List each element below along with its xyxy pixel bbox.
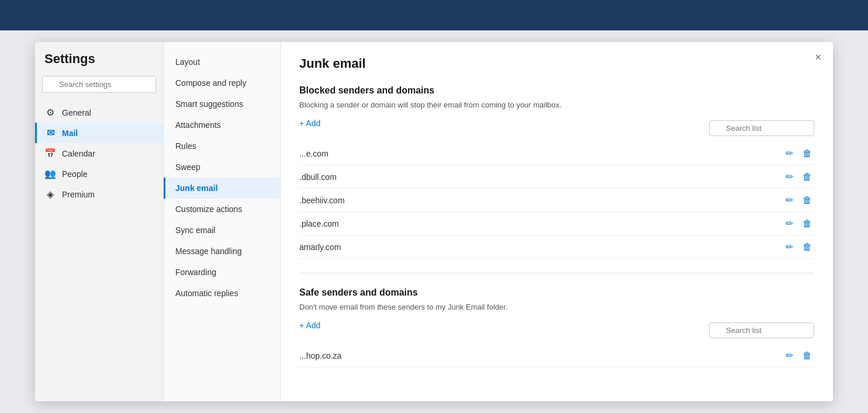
menu-smart[interactable]: Smart suggestions — [164, 93, 280, 114]
menu-forwarding[interactable]: Forwarding — [164, 262, 280, 283]
general-icon: ⚙ — [44, 107, 56, 118]
menu-compose[interactable]: Compose and reply — [164, 72, 280, 93]
blocked-domain-2-name: .dbull.com — [299, 172, 783, 182]
menu-junk[interactable]: Junk email — [164, 178, 280, 199]
sidebar-item-mail-label: Mail — [62, 129, 78, 138]
section-divider — [299, 273, 814, 273]
blocked-domain-5-name: amarly.com — [299, 242, 783, 252]
sidebar-item-people-label: People — [62, 169, 88, 179]
search-settings-input[interactable] — [42, 76, 156, 93]
blocked-domain-4-edit-button[interactable]: ✏ — [783, 217, 796, 230]
search-wrapper: 🔍 — [42, 76, 156, 93]
safe-domain-1-name: ...hop.co.za — [299, 351, 783, 360]
blocked-domain-4-delete-button[interactable]: 🗑 — [800, 217, 814, 230]
blocked-domain-5-actions: ✏ 🗑 — [783, 240, 814, 254]
blocked-search-list-wrapper: 🔍 — [709, 120, 814, 136]
settings-sidebar: Settings 🔍 ⚙ General ✉ Mail 📅 Calendar — [35, 42, 164, 401]
blocked-domain-row-2: .dbull.com ✏ 🗑 — [299, 165, 814, 189]
main-container: Settings 🔍 ⚙ General ✉ Mail 📅 Calendar — [0, 30, 868, 413]
blocked-domain-4-actions: ✏ 🗑 — [783, 217, 814, 230]
blocked-domain-1-actions: ✏ 🗑 — [783, 147, 814, 160]
settings-modal: Settings 🔍 ⚙ General ✉ Mail 📅 Calendar — [35, 42, 833, 401]
blocked-domain-row-3: .beehiiv.com ✏ 🗑 — [299, 189, 814, 212]
blocked-domain-row-1: ...e.com ✏ 🗑 — [299, 142, 814, 165]
search-settings-container: 🔍 — [35, 76, 163, 102]
blocked-add-button[interactable]: + Add — [299, 119, 320, 128]
safe-domain-1-edit-button[interactable]: ✏ — [783, 349, 796, 362]
top-bar — [0, 0, 868, 30]
menu-message[interactable]: Message handling — [164, 241, 280, 262]
close-button[interactable]: × — [815, 51, 821, 64]
safe-domain-1-delete-button[interactable]: 🗑 — [800, 349, 814, 362]
menu-layout[interactable]: Layout — [164, 51, 280, 72]
settings-title: Settings — [35, 51, 163, 76]
safe-search-list-input[interactable] — [709, 322, 814, 338]
blocked-search-list-input[interactable] — [709, 120, 814, 136]
blocked-domain-2-actions: ✏ 🗑 — [783, 170, 814, 183]
safe-add-button[interactable]: + Add — [299, 321, 320, 330]
blocked-domain-5-delete-button[interactable]: 🗑 — [800, 241, 814, 254]
mail-icon: ✉ — [44, 127, 56, 138]
people-icon: 👥 — [44, 168, 56, 179]
blocked-section-desc: Blocking a sender or domain will stop th… — [299, 100, 814, 109]
menu-customize[interactable]: Customize actions — [164, 199, 280, 220]
blocked-domain-4-name: .place.com — [299, 219, 783, 228]
blocked-section: Blocked senders and domains Blocking a s… — [299, 85, 814, 259]
blocked-domain-3-name: .beehiiv.com — [299, 196, 783, 205]
blocked-domain-1-edit-button[interactable]: ✏ — [783, 147, 796, 160]
sidebar-item-premium[interactable]: ◈ Premium — [35, 184, 163, 204]
menu-attachments[interactable]: Attachments — [164, 114, 280, 136]
sidebar-item-calendar[interactable]: 📅 Calendar — [35, 143, 163, 164]
premium-icon: ◈ — [44, 189, 56, 200]
sidebar-item-general[interactable]: ⚙ General — [35, 102, 163, 123]
blocked-domain-1-delete-button[interactable]: 🗑 — [800, 147, 814, 160]
blocked-domain-2-edit-button[interactable]: ✏ — [783, 170, 796, 183]
page-title: Junk email — [299, 56, 814, 71]
sidebar-item-calendar-label: Calendar — [62, 149, 95, 158]
menu-auto[interactable]: Automatic replies — [164, 283, 280, 304]
settings-content: × Junk email Blocked senders and domains… — [281, 42, 833, 401]
blocked-domain-3-delete-button[interactable]: 🗑 — [800, 194, 814, 207]
sidebar-item-people[interactable]: 👥 People — [35, 164, 163, 184]
menu-sweep[interactable]: Sweep — [164, 157, 280, 178]
blocked-domain-1-name: ...e.com — [299, 149, 783, 158]
sidebar-item-general-label: General — [62, 108, 91, 117]
settings-menu: Layout Compose and reply Smart suggestio… — [164, 42, 281, 401]
menu-sync[interactable]: Sync email — [164, 220, 280, 241]
sidebar-item-mail[interactable]: ✉ Mail — [35, 123, 163, 143]
blocked-domain-row-4: .place.com ✏ 🗑 — [299, 212, 814, 235]
safe-domain-row-1: ...hop.co.za ✏ 🗑 — [299, 344, 814, 367]
blocked-domain-3-edit-button[interactable]: ✏ — [783, 193, 796, 207]
blocked-domain-5-edit-button[interactable]: ✏ — [783, 240, 796, 254]
menu-rules[interactable]: Rules — [164, 136, 280, 157]
blocked-domain-3-actions: ✏ 🗑 — [783, 193, 814, 207]
blocked-domain-row-5: amarly.com ✏ 🗑 — [299, 235, 814, 259]
sidebar-item-premium-label: Premium — [62, 190, 95, 199]
safe-section: Safe senders and domains Don't move emai… — [299, 287, 814, 367]
blocked-domain-2-delete-button[interactable]: 🗑 — [800, 171, 814, 183]
safe-section-title: Safe senders and domains — [299, 287, 814, 298]
safe-section-desc: Don't move email from these senders to m… — [299, 303, 814, 311]
blocked-section-title: Blocked senders and domains — [299, 85, 814, 96]
calendar-icon: 📅 — [44, 148, 56, 159]
safe-domain-1-actions: ✏ 🗑 — [783, 349, 814, 362]
safe-search-list-wrapper: 🔍 — [709, 322, 814, 338]
